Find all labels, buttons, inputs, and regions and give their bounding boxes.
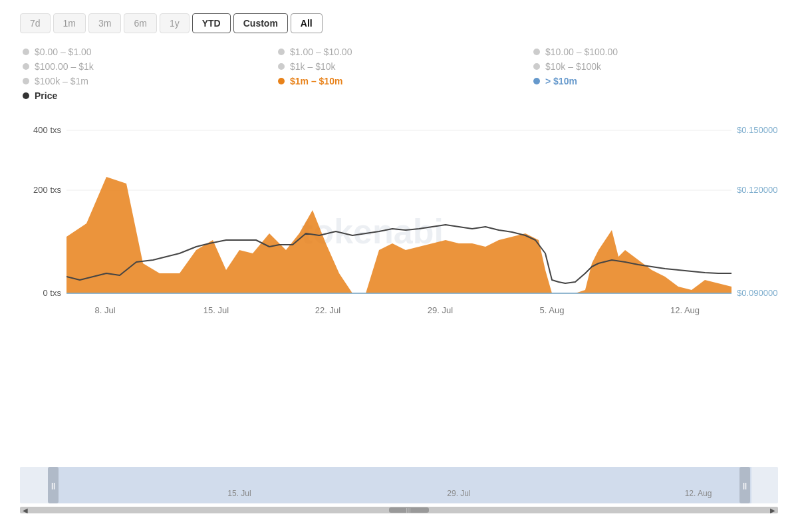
x-axis-label-8jul: 8. Jul bbox=[94, 305, 115, 315]
legend-item-100-1k[interactable]: $100.00 – $1k bbox=[23, 61, 265, 72]
main-chart-svg: 400 txs 200 txs 0 txs $0.150000 $0.12000… bbox=[20, 117, 778, 330]
legend-label-10-100: $10.00 – $100.00 bbox=[545, 47, 618, 57]
legend-label-10k-100k: $10k – $100k bbox=[545, 61, 601, 72]
time-filter-bar: 7d 1m 3m 6m 1y YTD Custom All bbox=[20, 13, 778, 33]
filter-custom-button[interactable]: Custom bbox=[233, 13, 288, 33]
range-selector-svg[interactable]: || || 15. Jul 29. Jul 12. Aug ◀ ||| ▶ bbox=[20, 466, 778, 513]
y-axis-label-200: 200 txs bbox=[33, 185, 61, 195]
legend-dot-gt-10m bbox=[533, 78, 540, 84]
legend-label-100-1k: $100.00 – $1k bbox=[35, 61, 94, 72]
legend-item-1m-10m[interactable]: $1m – $10m bbox=[278, 76, 520, 86]
x-axis-label-29jul: 29. Jul bbox=[428, 305, 453, 315]
x-axis-label-12aug: 12. Aug bbox=[670, 305, 700, 315]
legend-item-100k-1m[interactable]: $100k – $1m bbox=[23, 76, 265, 86]
filter-6m-button[interactable]: 6m bbox=[124, 13, 156, 33]
y-axis-right-label-150: $0.150000 bbox=[737, 125, 777, 135]
legend-dot-10k-100k bbox=[533, 63, 540, 70]
svg-text:▶: ▶ bbox=[770, 507, 775, 513]
x-axis-label-5aug: 5. Aug bbox=[540, 305, 565, 315]
filter-7d-button[interactable]: 7d bbox=[20, 13, 51, 33]
x-axis-label-22jul: 22. Jul bbox=[315, 305, 340, 315]
legend-dot-price bbox=[23, 92, 29, 99]
legend-item-0-1[interactable]: $0.00 – $1.00 bbox=[23, 47, 265, 57]
chart-wrapper: 400 txs 200 txs 0 txs $0.150000 $0.12000… bbox=[20, 117, 778, 519]
filter-all-button[interactable]: All bbox=[291, 13, 323, 33]
legend-label-1-10: $1.00 – $10.00 bbox=[290, 47, 352, 57]
legend-dot-100k-1m bbox=[23, 78, 29, 84]
legend-dot-10-100 bbox=[533, 49, 540, 55]
legend-dot-1m-10m bbox=[278, 78, 285, 84]
legend-item-gt-10m[interactable]: > $10m bbox=[533, 76, 775, 86]
legend-dot-1k-10k bbox=[278, 63, 285, 70]
legend-item-1k-10k[interactable]: $1k – $10k bbox=[278, 61, 520, 72]
svg-rect-5 bbox=[53, 467, 751, 503]
chart-legend: $0.00 – $1.00 $1.00 – $10.00 $10.00 – $1… bbox=[20, 47, 778, 101]
legend-label-gt-10m: > $10m bbox=[545, 76, 577, 86]
legend-label-100k-1m: $100k – $1m bbox=[35, 76, 88, 86]
legend-dot-100-1k bbox=[23, 63, 29, 70]
filter-ytd-button[interactable]: YTD bbox=[192, 13, 231, 33]
svg-text:||: || bbox=[51, 481, 55, 489]
filter-1y-button[interactable]: 1y bbox=[160, 13, 190, 33]
legend-dot-0-1 bbox=[23, 49, 29, 55]
x-axis-label-15jul: 15. Jul bbox=[203, 305, 229, 315]
legend-item-10k-100k[interactable]: $10k – $100k bbox=[533, 61, 775, 72]
range-label-12aug: 12. Aug bbox=[685, 489, 712, 498]
filter-1m-button[interactable]: 1m bbox=[53, 13, 86, 33]
range-selector: || || 15. Jul 29. Jul 12. Aug ◀ ||| ▶ bbox=[20, 466, 778, 519]
svg-text:◀: ◀ bbox=[23, 507, 28, 513]
svg-text:||: || bbox=[743, 481, 747, 489]
legend-item-10-100[interactable]: $10.00 – $100.00 bbox=[533, 47, 775, 57]
y-axis-right-label-90: $0.090000 bbox=[737, 288, 777, 298]
y-axis-right-label-120: $0.120000 bbox=[737, 185, 777, 195]
legend-dot-1-10 bbox=[278, 49, 285, 55]
filter-3m-button[interactable]: 3m bbox=[88, 13, 121, 33]
y-axis-label-0: 0 txs bbox=[43, 288, 62, 298]
legend-label-0-1: $0.00 – $1.00 bbox=[35, 47, 92, 57]
legend-item-price[interactable]: Price bbox=[23, 90, 265, 101]
main-container: 7d 1m 3m 6m 1y YTD Custom All $0.00 – $1… bbox=[0, 0, 798, 532]
legend-item-1-10[interactable]: $1.00 – $10.00 bbox=[278, 47, 520, 57]
y-axis-label-400: 400 txs bbox=[33, 125, 61, 135]
range-label-29jul: 29. Jul bbox=[447, 489, 470, 498]
legend-label-price: Price bbox=[35, 90, 57, 101]
range-label-15jul: 15. Jul bbox=[227, 489, 251, 498]
svg-text:|||: ||| bbox=[406, 507, 410, 513]
legend-label-1m-10m: $1m – $10m bbox=[290, 76, 342, 86]
legend-label-1k-10k: $1k – $10k bbox=[290, 61, 336, 72]
chart-main: 400 txs 200 txs 0 txs $0.150000 $0.12000… bbox=[20, 117, 778, 463]
